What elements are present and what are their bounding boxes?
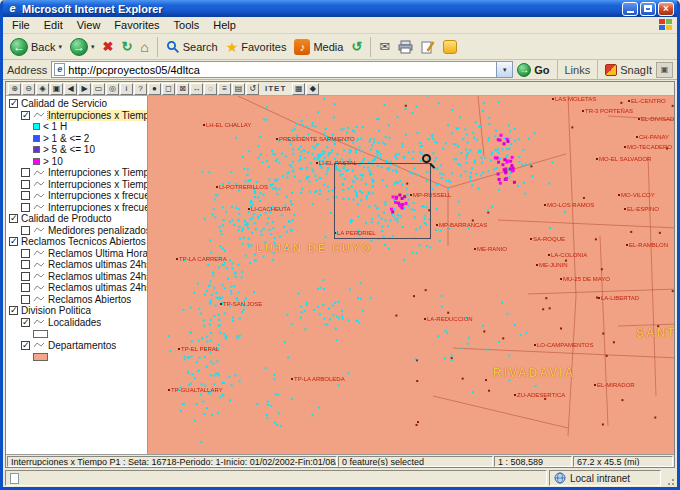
layer-row[interactable]: Reclamos Ultima Hora por Mo <box>6 248 147 260</box>
zoom-previous-tool-button[interactable]: ◀ <box>64 83 77 95</box>
print-map-tool-button[interactable]: ▤ <box>232 83 245 95</box>
back-button[interactable]: ← Back ▾ <box>7 37 65 57</box>
layer-row[interactable]: > 10 <box>6 156 147 168</box>
select-box-tool-button[interactable]: ◻ <box>162 83 175 95</box>
layer-checkbox[interactable] <box>21 168 30 177</box>
snagit-button[interactable]: SnagIt <box>605 64 652 76</box>
layer-row[interactable] <box>6 328 147 340</box>
pan-tool-button[interactable]: ◈ <box>36 83 49 95</box>
layer-row[interactable]: ✓Interrupciones x Tiempo P1 <box>6 110 147 122</box>
maximize-button[interactable] <box>640 2 656 16</box>
map-place-label: ME-RANIO <box>474 246 507 252</box>
layer-row[interactable]: ✓Localidades <box>6 317 147 329</box>
edit-button[interactable] <box>418 39 438 55</box>
layer-checkbox[interactable] <box>21 260 30 269</box>
mail-button[interactable]: ✉ <box>376 39 393 55</box>
layer-row[interactable]: > 5 & <= 10 <box>6 144 147 156</box>
address-input[interactable]: e http://pcproyectos05/4dltca ▾ <box>51 61 513 78</box>
layer-checkbox[interactable]: ✓ <box>21 111 30 120</box>
select-point-tool-button[interactable]: ● <box>148 83 161 95</box>
layer-row[interactable]: ✓Departamentos <box>6 340 147 352</box>
layer-checkbox[interactable] <box>21 295 30 304</box>
back-dropdown-icon[interactable]: ▾ <box>58 43 62 51</box>
layer-checkbox[interactable]: ✓ <box>21 318 30 327</box>
menu-help[interactable]: Help <box>206 18 243 32</box>
layer-checkbox[interactable]: ✓ <box>9 306 18 315</box>
refresh-map-tool-button[interactable]: ↺ <box>246 83 259 95</box>
layer-row[interactable]: Medidores penalizados <box>6 225 147 237</box>
clear-selection-tool-button[interactable]: ⊠ <box>176 83 189 95</box>
favorites-button[interactable]: ★ Favorites <box>223 39 290 55</box>
layer-row[interactable]: Interrupciones x frecuencia P <box>6 202 147 214</box>
layer-checkbox[interactable]: ✓ <box>9 99 18 108</box>
layer-row[interactable]: < 1 H <box>6 121 147 133</box>
layer-row[interactable]: Reclamos ultimas 24hs <box>6 282 147 294</box>
extra-tool-a-tool-button[interactable]: ▦ <box>292 83 305 95</box>
layer-checkbox[interactable] <box>21 203 30 212</box>
layer-label: Reclamos ultimas 24hs <box>48 282 147 293</box>
full-extent-tool-button[interactable]: ▣ <box>50 83 63 95</box>
zoom-box-tool-button[interactable]: ▭ <box>92 83 105 95</box>
history-button[interactable]: ↺ <box>348 39 365 55</box>
layer-row[interactable]: > 1 & <= 2 <box>6 133 147 145</box>
minimize-icon <box>627 11 634 13</box>
layer-row[interactable]: Reclamos ultimas 24hs Por E <box>6 259 147 271</box>
menu-file[interactable]: File <box>5 18 37 32</box>
identify-tool-button[interactable]: i <box>120 83 133 95</box>
refresh-button[interactable]: ↻ <box>118 39 135 55</box>
legend-tool-button[interactable]: ≡ <box>218 83 231 95</box>
layer-checkbox[interactable]: ✓ <box>21 341 30 350</box>
layer-checkbox[interactable] <box>21 249 30 258</box>
forward-dropdown-icon[interactable]: ▾ <box>91 43 95 51</box>
layer-row[interactable]: Reclamos ultimas 24hs Por M <box>6 271 147 283</box>
menu-favorites[interactable]: Favorites <box>107 18 166 32</box>
address-dropdown-button[interactable]: ▾ <box>496 62 512 77</box>
title-bar[interactable]: e Microsoft Internet Explorer × <box>3 0 677 17</box>
snagit-window-button[interactable]: ▣ <box>656 62 673 78</box>
layer-checkbox[interactable] <box>21 283 30 292</box>
layer-row[interactable]: Reclamos Abiertos <box>6 294 147 306</box>
layer-row[interactable]: ✓Reclamos Tecnicos Abiertos <box>6 236 147 248</box>
zoom-out-tool-button[interactable]: ⊖ <box>22 83 35 95</box>
layer-checkbox[interactable] <box>21 226 30 235</box>
links-label[interactable]: Links <box>565 64 591 76</box>
layer-row[interactable] <box>6 351 147 363</box>
map-status-bar: Interrupciones x Tiempo P1 : Seta: 16718… <box>6 454 674 467</box>
layer-row[interactable]: ✓Division Politica <box>6 305 147 317</box>
forward-button[interactable]: → ▾ <box>67 37 98 57</box>
layer-label: Calidad de Servicio <box>21 98 107 109</box>
stop-button[interactable]: ✖ <box>100 39 117 55</box>
zoom-next-tool-button[interactable]: ▶ <box>78 83 91 95</box>
menu-tools[interactable]: Tools <box>167 18 207 32</box>
layer-checkbox[interactable]: ✓ <box>9 237 18 246</box>
buffer-tool-button[interactable]: ◌ <box>204 83 217 95</box>
layer-row[interactable]: Interrupciones x Tiempo P3 <box>6 179 147 191</box>
resize-grip[interactable] <box>663 470 675 486</box>
menu-edit[interactable]: Edit <box>37 18 70 32</box>
query-tool-button[interactable]: ? <box>134 83 147 95</box>
search-button[interactable]: Search <box>163 39 221 55</box>
layer-row[interactable]: Interrupciones x frecuencia P <box>6 190 147 202</box>
measure-tool-button[interactable]: ↔ <box>190 83 203 95</box>
go-button[interactable]: → Go <box>517 63 549 77</box>
messenger-button[interactable] <box>440 39 460 55</box>
close-button[interactable]: × <box>658 2 674 16</box>
layer-checkbox[interactable] <box>21 191 30 200</box>
extra-tool-b-tool-button[interactable]: ◆ <box>306 83 319 95</box>
minimize-button[interactable] <box>622 2 638 16</box>
map-labels: LUJAN DE CUYORIVADAVIASANTA RLH-EL CHALL… <box>148 96 674 454</box>
layer-row[interactable]: ✓Calidad de Producto <box>6 213 147 225</box>
edit-icon <box>421 40 435 54</box>
layer-checkbox[interactable] <box>21 180 30 189</box>
map-view[interactable]: LUJAN DE CUYORIVADAVIASANTA RLH-EL CHALL… <box>148 96 674 454</box>
layer-checkbox[interactable] <box>21 272 30 281</box>
menu-view[interactable]: View <box>70 18 108 32</box>
layer-checkbox[interactable]: ✓ <box>9 214 18 223</box>
zoom-in-tool-button[interactable]: ⊕ <box>8 83 21 95</box>
media-button[interactable]: ♪ Media <box>291 38 346 56</box>
home-button[interactable]: ⌂ <box>137 39 151 55</box>
layer-row[interactable]: ✓Calidad de Servicio <box>6 98 147 110</box>
overview-tool-button[interactable]: ◎ <box>106 83 119 95</box>
print-button[interactable] <box>395 39 416 55</box>
layer-row[interactable]: Interrupciones x Tiempo P2 <box>6 167 147 179</box>
